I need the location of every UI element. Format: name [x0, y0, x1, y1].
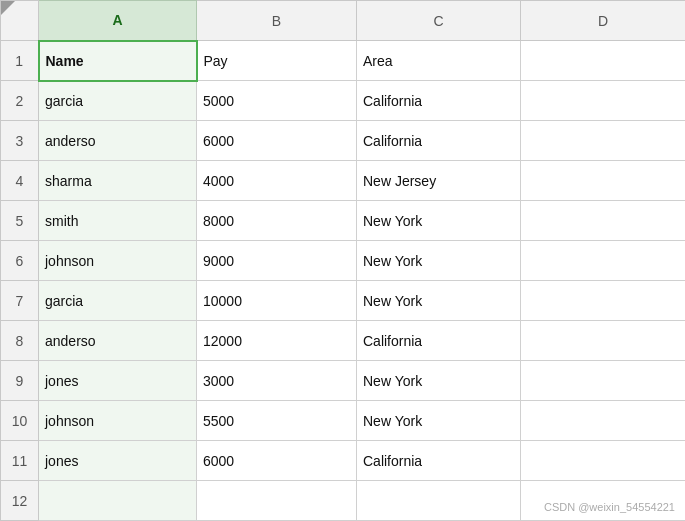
- cell-d11[interactable]: [521, 441, 686, 481]
- cell-c3[interactable]: California: [357, 121, 521, 161]
- cell-d5[interactable]: [521, 201, 686, 241]
- cell-b7[interactable]: 10000: [197, 281, 357, 321]
- cell-a1[interactable]: Name: [39, 41, 197, 81]
- table-row: 6johnson9000New York: [1, 241, 686, 281]
- cell-a10[interactable]: johnson: [39, 401, 197, 441]
- row-number: 6: [1, 241, 39, 281]
- spreadsheet-table: A B C D 1NamePayArea2garcia5000Californi…: [0, 0, 685, 521]
- cell-c11[interactable]: California: [357, 441, 521, 481]
- row-number: 9: [1, 361, 39, 401]
- cell-c5[interactable]: New York: [357, 201, 521, 241]
- cell-b2[interactable]: 5000: [197, 81, 357, 121]
- table-row: 9jones3000New York: [1, 361, 686, 401]
- cell-b9[interactable]: 3000: [197, 361, 357, 401]
- cell-b8[interactable]: 12000: [197, 321, 357, 361]
- cell-a3[interactable]: anderso: [39, 121, 197, 161]
- cell-c4[interactable]: New Jersey: [357, 161, 521, 201]
- cell-d6[interactable]: [521, 241, 686, 281]
- cell-d8[interactable]: [521, 321, 686, 361]
- cell-b11[interactable]: 6000: [197, 441, 357, 481]
- cell-d4[interactable]: [521, 161, 686, 201]
- table-row: 11jones6000California: [1, 441, 686, 481]
- table-row: 7garcia10000New York: [1, 281, 686, 321]
- cell-c6[interactable]: New York: [357, 241, 521, 281]
- cell-c10[interactable]: New York: [357, 401, 521, 441]
- corner-cell: [1, 1, 39, 41]
- cell-a4[interactable]: sharma: [39, 161, 197, 201]
- col-d-header[interactable]: D: [521, 1, 686, 41]
- cell-d2[interactable]: [521, 81, 686, 121]
- cell-a11[interactable]: jones: [39, 441, 197, 481]
- cell-b1[interactable]: Pay: [197, 41, 357, 81]
- row-number: 4: [1, 161, 39, 201]
- row-number: 2: [1, 81, 39, 121]
- cell-a6[interactable]: johnson: [39, 241, 197, 281]
- column-header-row: A B C D: [1, 1, 686, 41]
- cell-a9[interactable]: jones: [39, 361, 197, 401]
- cell-d7[interactable]: [521, 281, 686, 321]
- row-number: 1: [1, 41, 39, 81]
- table-row: 8anderso12000California: [1, 321, 686, 361]
- cell-a8[interactable]: anderso: [39, 321, 197, 361]
- row-number: 12: [1, 481, 39, 521]
- table-row: 2garcia5000California: [1, 81, 686, 121]
- table-row: 12: [1, 481, 686, 521]
- cell-b12[interactable]: [197, 481, 357, 521]
- row-number: 7: [1, 281, 39, 321]
- cell-d3[interactable]: [521, 121, 686, 161]
- row-number: 3: [1, 121, 39, 161]
- col-c-header[interactable]: C: [357, 1, 521, 41]
- row-number: 11: [1, 441, 39, 481]
- cell-b10[interactable]: 5500: [197, 401, 357, 441]
- cell-b3[interactable]: 6000: [197, 121, 357, 161]
- spreadsheet: A B C D 1NamePayArea2garcia5000Californi…: [0, 0, 685, 521]
- cell-b5[interactable]: 8000: [197, 201, 357, 241]
- cell-c2[interactable]: California: [357, 81, 521, 121]
- table-row: 4sharma4000New Jersey: [1, 161, 686, 201]
- cell-a7[interactable]: garcia: [39, 281, 197, 321]
- cell-a12[interactable]: [39, 481, 197, 521]
- col-b-header[interactable]: B: [197, 1, 357, 41]
- row-number: 8: [1, 321, 39, 361]
- cell-c7[interactable]: New York: [357, 281, 521, 321]
- cell-d12[interactable]: [521, 481, 686, 521]
- cell-c8[interactable]: California: [357, 321, 521, 361]
- cell-c9[interactable]: New York: [357, 361, 521, 401]
- table-row: 5smith8000New York: [1, 201, 686, 241]
- cell-c1[interactable]: Area: [357, 41, 521, 81]
- cell-d9[interactable]: [521, 361, 686, 401]
- row-number: 5: [1, 201, 39, 241]
- table-row: 10johnson5500New York: [1, 401, 686, 441]
- col-a-header[interactable]: A: [39, 1, 197, 41]
- table-row: 3anderso6000California: [1, 121, 686, 161]
- cell-a5[interactable]: smith: [39, 201, 197, 241]
- row-number: 10: [1, 401, 39, 441]
- cell-a2[interactable]: garcia: [39, 81, 197, 121]
- cell-d1[interactable]: [521, 41, 686, 81]
- cell-d10[interactable]: [521, 401, 686, 441]
- table-row: 1NamePayArea: [1, 41, 686, 81]
- cell-c12[interactable]: [357, 481, 521, 521]
- cell-b4[interactable]: 4000: [197, 161, 357, 201]
- cell-b6[interactable]: 9000: [197, 241, 357, 281]
